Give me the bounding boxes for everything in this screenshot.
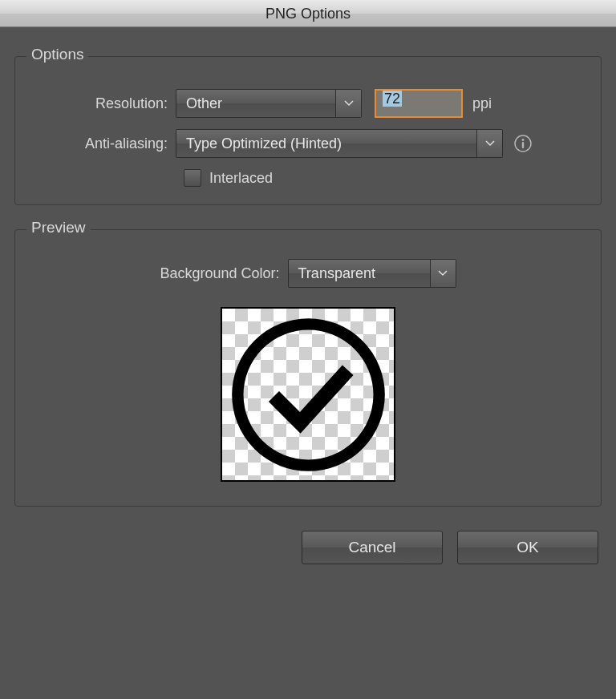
window-title: PNG Options xyxy=(265,6,351,22)
options-legend: Options xyxy=(26,46,88,63)
chevron-down-icon xyxy=(335,90,361,117)
antialias-row: Anti-aliasing: Type Optimized (Hinted) xyxy=(33,129,583,158)
interlaced-checkbox[interactable] xyxy=(184,169,201,187)
bg-color-value: Transparent xyxy=(289,265,430,282)
checkmark-circle-icon xyxy=(222,309,394,480)
resolution-row: Resolution: Other 72 ppi xyxy=(33,89,583,118)
resolution-input-value: 72 xyxy=(383,91,402,107)
resolution-unit: ppi xyxy=(472,95,492,112)
interlaced-row: Interlaced xyxy=(184,169,583,187)
svg-rect-2 xyxy=(522,142,524,148)
resolution-input[interactable]: 72 xyxy=(375,89,463,118)
chevron-down-icon xyxy=(476,130,502,157)
resolution-label: Resolution: xyxy=(33,95,176,112)
titlebar: PNG Options xyxy=(0,0,616,27)
preview-group: Preview Background Color: Transparent xyxy=(14,229,602,507)
resolution-dropdown-value: Other xyxy=(176,95,335,112)
interlaced-label: Interlaced xyxy=(209,170,273,187)
ok-button-label: OK xyxy=(517,539,538,556)
antialias-dropdown-value: Type Optimized (Hinted) xyxy=(176,135,476,152)
resolution-dropdown[interactable]: Other xyxy=(176,89,362,118)
dialog-buttons: Cancel OK xyxy=(14,531,602,569)
options-group: Options Resolution: Other 72 ppi Anti-al… xyxy=(14,56,602,205)
bg-color-label: Background Color: xyxy=(160,265,279,282)
preview-legend: Preview xyxy=(26,219,91,236)
info-icon[interactable] xyxy=(513,133,533,154)
bg-color-dropdown[interactable]: Transparent xyxy=(288,259,456,288)
dialog-body: Options Resolution: Other 72 ppi Anti-al… xyxy=(0,27,616,584)
antialias-label: Anti-aliasing: xyxy=(33,135,176,152)
svg-point-3 xyxy=(237,324,379,465)
bg-color-row: Background Color: Transparent xyxy=(33,259,583,288)
antialias-dropdown[interactable]: Type Optimized (Hinted) xyxy=(176,129,503,158)
preview-thumbnail xyxy=(221,307,395,482)
ok-button[interactable]: OK xyxy=(457,531,598,564)
svg-point-1 xyxy=(522,139,525,141)
cancel-button[interactable]: Cancel xyxy=(302,531,443,564)
cancel-button-label: Cancel xyxy=(348,539,395,556)
chevron-down-icon xyxy=(430,260,456,287)
